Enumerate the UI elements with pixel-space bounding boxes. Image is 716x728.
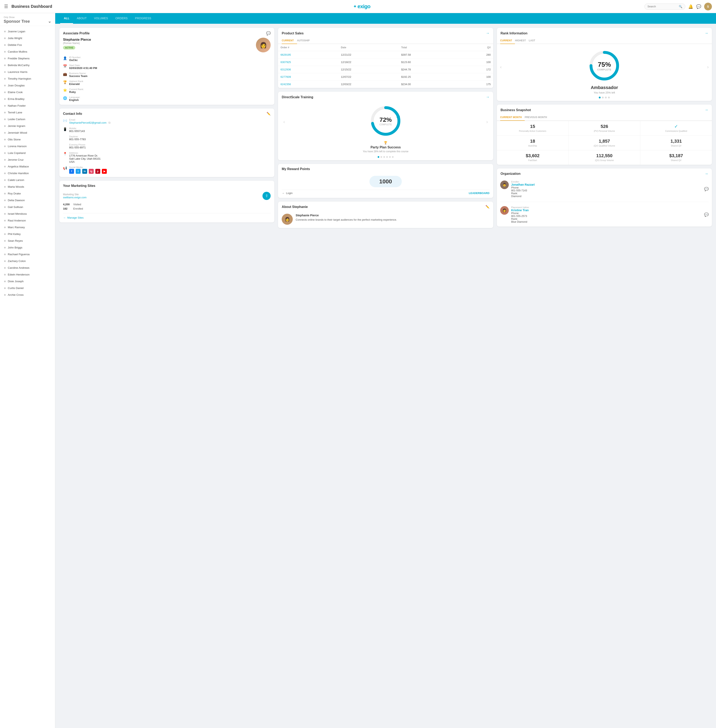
rank-prev-icon[interactable]: ‹ xyxy=(500,64,502,70)
site-url[interactable]: swilliams.exigo.com xyxy=(63,196,86,199)
rank-dot[interactable] xyxy=(605,97,607,99)
sidebar-list-item[interactable]: Christie Hamilton xyxy=(0,170,55,176)
sidebar-list-item[interactable]: Rachael Figueroa xyxy=(0,251,55,258)
sidebar-list-item[interactable]: Angelica Wallace xyxy=(0,163,55,170)
sidebar-list-item[interactable]: Nathan Fowler xyxy=(0,102,55,109)
training-next-icon[interactable]: › xyxy=(486,119,488,125)
sidebar-list-item[interactable]: Caleb Larson xyxy=(0,176,55,183)
training-prev-icon[interactable]: ‹ xyxy=(283,119,285,125)
snap-tab-current-month[interactable]: CURRENT MONTH xyxy=(500,114,525,121)
sidebar-list-item[interactable]: Freddie Stephens xyxy=(0,55,55,62)
sidebar-list-item[interactable]: Laurence Harris xyxy=(0,68,55,75)
manage-sites-link[interactable]: → Manage Sites xyxy=(63,213,271,219)
leaderboard-link[interactable]: LEADERBOARD xyxy=(469,191,490,195)
sidebar-list-item[interactable]: Julia Wright xyxy=(0,35,55,41)
cell-order[interactable]: 6312936 xyxy=(278,66,338,73)
copy-icon[interactable]: ⧉ xyxy=(108,121,111,124)
sidebar-list-item[interactable]: Otis Stone xyxy=(0,136,55,143)
tab-orders[interactable]: ORDERS xyxy=(112,13,131,24)
reward-login-button[interactable]: → Login xyxy=(282,191,293,195)
sidebar-list-item[interactable]: Archie Cross xyxy=(0,292,55,298)
sidebar-list-item[interactable]: Marta Woods xyxy=(0,183,55,190)
sidebar-list-item[interactable]: Zachary Colon xyxy=(0,258,55,264)
sidebar-list-item[interactable]: Dixie Joseph xyxy=(0,278,55,285)
pinterest-icon[interactable]: p xyxy=(96,169,100,174)
edit-icon[interactable]: ✏️ xyxy=(267,112,271,116)
enroller-name[interactable]: Jonathan Razzari xyxy=(511,183,535,186)
training-dot[interactable] xyxy=(386,156,388,158)
rank-next-icon[interactable]: › xyxy=(707,64,708,70)
sales-tab-autoship[interactable]: AUTOSHIP xyxy=(297,38,313,44)
placement-chat-icon[interactable]: 💬 xyxy=(704,213,708,217)
tab-all[interactable]: ALL xyxy=(60,13,73,24)
sidebar-list-item[interactable]: Elaine Cook xyxy=(0,89,55,96)
sidebar-list-item[interactable]: Joanne Logan xyxy=(0,28,55,35)
user-avatar[interactable]: S xyxy=(704,3,712,11)
sidebar-list-item[interactable]: Raul Anderson xyxy=(0,217,55,224)
training-dot[interactable] xyxy=(383,156,385,158)
sidebar-list-item[interactable]: Jeremiah Wood xyxy=(0,129,55,136)
sidebar-list-item[interactable]: Delia Dawson xyxy=(0,197,55,204)
search-input[interactable] xyxy=(648,5,677,8)
business-snapshot-arrow[interactable]: → xyxy=(705,108,708,112)
sidebar-list-item[interactable]: Marc Ramsey xyxy=(0,224,55,231)
instagram-icon[interactable]: ig xyxy=(89,169,94,174)
sidebar-list-item[interactable]: John Briggs xyxy=(0,244,55,251)
rank-dot[interactable] xyxy=(602,97,604,99)
tab-volumes[interactable]: VOLUMES xyxy=(90,13,111,24)
rank-tab-highest[interactable]: HIGHEST xyxy=(515,38,529,44)
rank-dot[interactable] xyxy=(608,97,610,99)
snap-tab-previous-month[interactable]: PREVIOUS MONTH xyxy=(525,114,550,121)
sidebar-list-item[interactable]: Sean Reyes xyxy=(0,237,55,244)
sidebar-list-item[interactable]: Caroline Andrews xyxy=(0,264,55,271)
rank-dot[interactable] xyxy=(599,97,601,99)
youtube-icon[interactable]: ▶ xyxy=(102,169,107,174)
sidebar-list-item[interactable]: Jennie Ingram xyxy=(0,123,55,129)
training-dot[interactable] xyxy=(389,156,391,158)
sidebar-list-item[interactable]: Candice Mullins xyxy=(0,48,55,55)
placement-name[interactable]: Kristine Tran xyxy=(511,208,529,212)
rank-tab-current[interactable]: CURRENT xyxy=(500,38,515,44)
enroller-chat-icon[interactable]: 💬 xyxy=(704,187,708,191)
sidebar-list-item[interactable]: Lorena Hanson xyxy=(0,143,55,150)
sidebar-list-item[interactable]: Debbie Fox xyxy=(0,41,55,48)
sidebar-list-item[interactable]: Roy Drake xyxy=(0,190,55,197)
profile-chat-icon[interactable]: 💬 xyxy=(266,31,271,36)
about-edit-icon[interactable]: ✏️ xyxy=(485,205,490,209)
training-dot[interactable] xyxy=(392,156,394,158)
sidebar-list-item[interactable]: Jerome Cruz xyxy=(0,157,55,163)
cell-order[interactable]: 6629195 xyxy=(278,51,338,59)
share-button[interactable]: ⇧ xyxy=(262,192,271,200)
sidebar-list-item[interactable]: Belinda McCarthy xyxy=(0,62,55,68)
tab-progress[interactable]: PROGRESS xyxy=(131,13,155,24)
search-box[interactable]: 🔍 xyxy=(645,3,685,10)
sidebar-list-item[interactable]: Edwin Henderson xyxy=(0,271,55,278)
chat-icon[interactable]: 💬 xyxy=(696,4,701,9)
sidebar-list-item[interactable]: Curtis Daniel xyxy=(0,285,55,292)
cell-order[interactable]: 6277609 xyxy=(278,73,338,81)
sidebar-list-item[interactable]: Joan Douglas xyxy=(0,82,55,89)
sidebar-list-item[interactable]: Phil Kelley xyxy=(0,231,55,237)
sidebar-dropdown[interactable]: Sponsor Tree ⌄ xyxy=(4,19,52,24)
sales-tab-current[interactable]: CURRENT xyxy=(282,38,297,44)
product-sales-arrow[interactable]: → xyxy=(486,31,490,35)
cell-order[interactable]: 6307925 xyxy=(278,59,338,66)
facebook-icon[interactable]: f xyxy=(69,169,74,174)
sidebar-list-item[interactable]: Israel Mendoza xyxy=(0,210,55,217)
training-arrow[interactable]: → xyxy=(486,95,490,99)
sidebar-list-item[interactable]: Lula Copeland xyxy=(0,150,55,157)
rank-tab-last[interactable]: LAST xyxy=(529,38,538,44)
sidebar-list-item[interactable]: Erma Bradley xyxy=(0,96,55,102)
email-value[interactable]: StephaniePierce82@gmail.com xyxy=(69,121,106,124)
training-dot[interactable] xyxy=(378,156,379,158)
notifications-icon[interactable]: 🔔 xyxy=(688,4,693,9)
training-dot[interactable] xyxy=(381,156,382,158)
organization-arrow[interactable]: → xyxy=(705,172,708,176)
sidebar-list-item[interactable]: Leslie Carlson xyxy=(0,116,55,123)
sidebar-list-item[interactable]: Terrell Lane xyxy=(0,109,55,116)
sidebar-list-item[interactable]: Gail Sullivan xyxy=(0,204,55,210)
linkedin-icon[interactable]: in xyxy=(82,169,87,174)
twitter-icon[interactable]: t xyxy=(76,169,80,174)
hamburger-menu[interactable]: ☰ xyxy=(4,4,8,9)
sidebar-list-item[interactable]: Timothy Harrington xyxy=(0,75,55,82)
